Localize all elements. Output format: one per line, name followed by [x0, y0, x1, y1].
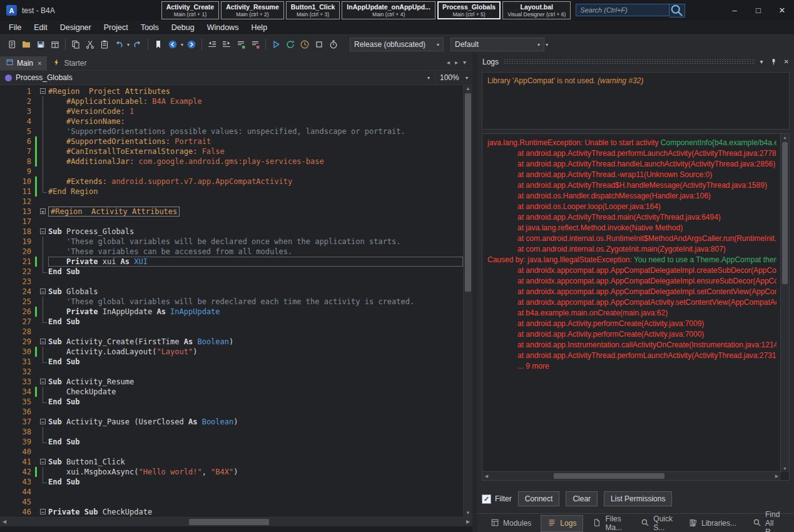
run-profile-dropdown[interactable]: Default▾ [450, 38, 544, 51]
scrollbar-thumb[interactable] [189, 519, 269, 525]
bottom-tab-files-ma-[interactable]: Files Ma... [586, 511, 631, 532]
bookmark-tab[interactable]: Layout.balVisual Designer (ctrl + 6) [502, 1, 571, 19]
search-input[interactable] [576, 4, 669, 16]
bottom-tab-find-all-r-[interactable]: Find All R... [746, 507, 794, 532]
export-icon[interactable] [48, 38, 62, 51]
log-line: at java.lang.reflect.Method.invoke(Nativ… [487, 223, 776, 233]
log-horizontal-scrollbar[interactable]: ◀ ▶ [482, 471, 781, 480]
close-icon[interactable]: × [38, 59, 41, 67]
editor-horizontal-scrollbar[interactable]: ◀ ▶ [0, 517, 472, 526]
stop-icon[interactable] [312, 38, 326, 51]
toolbar-overflow-icon[interactable]: ▾ [546, 42, 548, 48]
list-permissions-button[interactable]: List Permissions [604, 491, 672, 506]
scroll-left-icon[interactable]: ◀ [482, 472, 491, 480]
bottom-tab-modules[interactable]: Modules [484, 515, 538, 532]
panel-drag-grip[interactable] [504, 59, 755, 64]
uncomment-icon[interactable] [248, 38, 262, 51]
fold-collapse-icon[interactable]: − [40, 339, 46, 344]
scroll-down-icon[interactable]: ▼ [464, 509, 472, 517]
line-number: 33 [0, 377, 34, 387]
fold-collapse-icon[interactable]: − [40, 379, 46, 384]
fold-collapse-icon[interactable]: − [40, 228, 46, 234]
bookmark-icon[interactable] [151, 38, 165, 51]
paste-icon[interactable] [98, 38, 111, 51]
menu-file[interactable]: File [3, 22, 28, 33]
chevron-down-icon[interactable]: ▾ [127, 42, 130, 48]
chevron-down-icon[interactable]: ▾ [760, 58, 763, 65]
comment-icon[interactable] [234, 38, 248, 51]
fold-collapse-icon[interactable]: − [40, 459, 46, 464]
module-selector-dropdown[interactable]: Process_Globals ▾ [0, 71, 435, 84]
undo-icon[interactable] [112, 38, 126, 51]
scrollbar-thumb[interactable] [782, 142, 788, 284]
scrollbar-thumb[interactable] [465, 93, 471, 292]
bookmark-tab[interactable]: InAppUpdate_onAppUpd...Main (ctrl + 4) [342, 1, 435, 19]
bookmark-tab[interactable]: Activity_CreateMain (ctrl + 1) [161, 1, 219, 19]
maximize-button[interactable]: □ [746, 0, 770, 21]
new-icon[interactable] [5, 38, 19, 51]
redo-icon[interactable] [131, 38, 145, 51]
scroll-left-icon[interactable]: ◀ [0, 518, 9, 526]
minimize-button[interactable]: – [723, 0, 746, 21]
error-log[interactable]: java.lang.RuntimeException: Unable to st… [482, 134, 789, 471]
log-vertical-scrollbar[interactable]: ▲ ▼ [780, 134, 789, 472]
pane-splitter[interactable] [472, 54, 477, 532]
editor-vertical-scrollbar[interactable]: ▲ ▼ [463, 85, 472, 517]
menu-project[interactable]: Project [98, 22, 135, 33]
cut-icon[interactable] [83, 38, 97, 51]
search-icon[interactable] [669, 4, 685, 18]
bookmark-tab[interactable]: Process_GlobalsMain (ctrl + 5) [437, 1, 501, 19]
menu-tools[interactable]: Tools [135, 22, 165, 33]
clear-button[interactable]: Clear [566, 491, 598, 506]
outdent-icon[interactable] [205, 38, 219, 51]
rebuild-icon[interactable] [283, 38, 297, 51]
pin-icon[interactable] [770, 58, 778, 66]
back-icon[interactable] [166, 38, 180, 51]
scroll-right-icon[interactable]: ▶ [464, 518, 472, 526]
tab-list-icon[interactable]: ▾ [463, 59, 466, 66]
indent-icon[interactable] [220, 38, 233, 51]
collapsed-region-box[interactable]: #Region Activity Attributes [48, 207, 180, 217]
scroll-right-icon[interactable]: ▶ [773, 472, 781, 480]
menu-windows[interactable]: Windows [201, 22, 245, 33]
build-configuration-dropdown[interactable]: Release (obfuscated)▾ [350, 38, 444, 51]
menu-edit[interactable]: Edit [28, 22, 54, 33]
save-icon[interactable] [34, 38, 48, 51]
bookmark-tab[interactable]: Button1_ClickMain (ctrl + 3) [286, 1, 340, 19]
tab-starter[interactable]: Starter [47, 56, 92, 70]
tab-scroll-right-icon[interactable]: ▸ [455, 59, 458, 66]
bookmark-tab[interactable]: Activity_ResumeMain (ctrl + 2) [221, 1, 284, 19]
close-icon[interactable]: ✕ [784, 58, 789, 65]
connect-button[interactable]: Connect [518, 491, 560, 506]
menu-debug[interactable]: Debug [165, 22, 201, 33]
run-icon[interactable] [269, 38, 283, 51]
forward-icon[interactable] [185, 38, 198, 51]
debug-clock-icon[interactable] [298, 38, 312, 51]
timer-icon[interactable] [327, 38, 340, 51]
fold-collapse-icon[interactable]: − [40, 509, 46, 514]
fold-gutter [38, 447, 48, 457]
bottom-tab-libraries-[interactable]: Libraries... [682, 515, 743, 532]
close-button[interactable]: ✕ [770, 0, 794, 21]
open-icon[interactable] [19, 38, 33, 51]
copy-icon[interactable] [69, 38, 83, 51]
scroll-up-icon[interactable]: ▲ [781, 134, 789, 141]
line-number: 39 [0, 437, 34, 447]
menu-designer[interactable]: Designer [54, 22, 98, 33]
scroll-down-icon[interactable]: ▼ [781, 465, 789, 472]
menu-help[interactable]: Help [245, 22, 273, 33]
code-editor[interactable]: 1−#Region Project Attributes2 #Applicati… [0, 85, 463, 517]
fold-collapse-icon[interactable]: − [40, 289, 46, 294]
filter-checkbox[interactable]: ✓ Filter [482, 494, 512, 504]
zoom-dropdown[interactable]: 100% ▾ [435, 71, 472, 84]
bottom-tab-quick-s-[interactable]: Quick S... [634, 511, 679, 532]
bottom-tab-logs[interactable]: Logs [541, 515, 583, 532]
scroll-up-icon[interactable]: ▲ [464, 85, 472, 93]
scrollbar-thumb[interactable] [554, 473, 664, 479]
fold-expand-icon[interactable]: + [40, 208, 46, 214]
fold-collapse-icon[interactable]: − [40, 88, 46, 94]
fold-collapse-icon[interactable]: − [40, 419, 46, 424]
tab-scroll-left-icon[interactable]: ◂ [447, 59, 450, 66]
tab-main[interactable]: Main× [0, 56, 47, 70]
chevron-down-icon[interactable]: ▾ [181, 42, 183, 48]
